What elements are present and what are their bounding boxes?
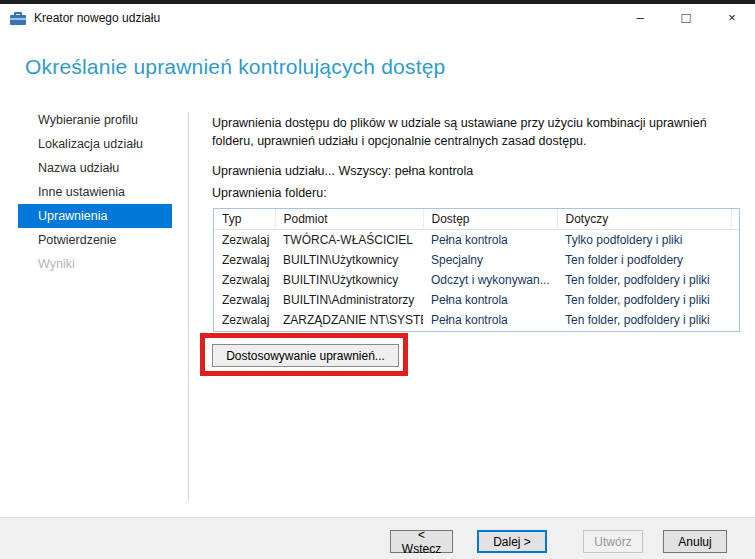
wizard-steps-sidebar: Wybieranie profilu Lokalizacja udziału N…	[18, 108, 172, 276]
cell-principal: BUILTIN\Użytkownicy	[275, 250, 423, 270]
cell-applies-to: Ten folder, podfoldery i pliki	[557, 270, 731, 290]
cell-principal: BUILTIN\Użytkownicy	[275, 270, 423, 290]
window-title: Kreator nowego udziału	[34, 11, 160, 25]
cell-type: Zezwalaj	[214, 230, 275, 251]
cell-applies-to: Ten folder, podfoldery i pliki	[557, 310, 731, 330]
table-header-row: Typ Podmiot Dostęp Dotyczy	[214, 209, 739, 230]
sidebar-item-share-location[interactable]: Lokalizacja udziału	[18, 132, 172, 156]
page-title: Określanie uprawnień kontrolujących dost…	[25, 55, 445, 79]
close-icon[interactable]: ×	[709, 4, 755, 31]
new-share-wizard-window: Kreator nowego udziału – □ × Określanie …	[0, 0, 755, 559]
cell-access: Pełna kontrola	[423, 230, 557, 251]
cell-applies-to: Tylko podfoldery i pliki	[557, 230, 731, 251]
window-controls: – □ ×	[617, 4, 755, 31]
cell-access: Odczyt i wykonywan...	[423, 270, 557, 290]
cell-access: Specjalny	[423, 250, 557, 270]
share-permissions-summary: Uprawnienia udziału... Wszyscy: pełna ko…	[212, 164, 473, 178]
cell-type: Zezwalaj	[214, 290, 275, 310]
column-header-access[interactable]: Dostęp	[423, 209, 557, 230]
cell-type: Zezwalaj	[214, 250, 275, 270]
maximize-icon[interactable]: □	[663, 4, 709, 31]
cell-access: Pełna kontrola	[423, 290, 557, 310]
table-row[interactable]: Zezwalaj TWÓRCA-WŁAŚCICIEL Pełna kontrol…	[214, 230, 739, 251]
sidebar-item-results: Wyniki	[18, 252, 172, 276]
sidebar-divider	[188, 112, 189, 502]
cell-applies-to: Ten folder, podfoldery i pliki	[557, 290, 731, 310]
server-manager-toolbox-icon	[10, 11, 26, 25]
sidebar-item-profile[interactable]: Wybieranie profilu	[18, 108, 172, 132]
folder-permissions-table: Typ Podmiot Dostęp Dotyczy Zezwalaj TWÓR…	[213, 208, 740, 332]
cell-applies-to: Ten folder i podfoldery	[557, 250, 731, 270]
cell-principal: BUILTIN\Administratorzy	[275, 290, 423, 310]
table-row[interactable]: Zezwalaj BUILTIN\Użytkownicy Odczyt i wy…	[214, 270, 739, 290]
title-bar[interactable]: Kreator nowego udziału – □ ×	[0, 4, 755, 31]
cell-access: Pełna kontrola	[423, 310, 557, 330]
sidebar-item-other-settings[interactable]: Inne ustawienia	[18, 180, 172, 204]
column-header-filler	[731, 209, 739, 230]
cell-type: Zezwalaj	[214, 310, 275, 330]
table-row[interactable]: Zezwalaj BUILTIN\Użytkownicy Specjalny T…	[214, 250, 739, 270]
customize-permissions-button[interactable]: Dostosowywanie uprawnień...	[212, 344, 399, 367]
table-row[interactable]: Zezwalaj ZARZĄDZANIE NT\SYSTEM Pełna kon…	[214, 310, 739, 330]
next-button[interactable]: Dalej >	[477, 530, 547, 553]
sidebar-item-confirmation[interactable]: Potwierdzenie	[18, 228, 172, 252]
folder-permissions-label: Uprawnienia folderu:	[212, 186, 327, 200]
permissions-description: Uprawnienia dostępu do plików w udziale …	[212, 114, 724, 150]
back-button[interactable]: < Wstecz	[390, 530, 453, 553]
cell-principal: TWÓRCA-WŁAŚCICIEL	[275, 230, 423, 251]
column-header-type[interactable]: Typ	[214, 209, 275, 230]
column-header-applies-to[interactable]: Dotyczy	[557, 209, 731, 230]
minimize-icon[interactable]: –	[617, 4, 663, 31]
sidebar-item-share-name[interactable]: Nazwa udziału	[18, 156, 172, 180]
cell-type: Zezwalaj	[214, 270, 275, 290]
create-button: Utwórz	[583, 530, 643, 553]
sidebar-item-permissions[interactable]: Uprawnienia	[18, 204, 172, 228]
cell-principal: ZARZĄDZANIE NT\SYSTEM	[275, 310, 423, 330]
column-header-principal[interactable]: Podmiot	[275, 209, 423, 230]
table-row[interactable]: Zezwalaj BUILTIN\Administratorzy Pełna k…	[214, 290, 739, 310]
cancel-button[interactable]: Anuluj	[663, 530, 727, 553]
